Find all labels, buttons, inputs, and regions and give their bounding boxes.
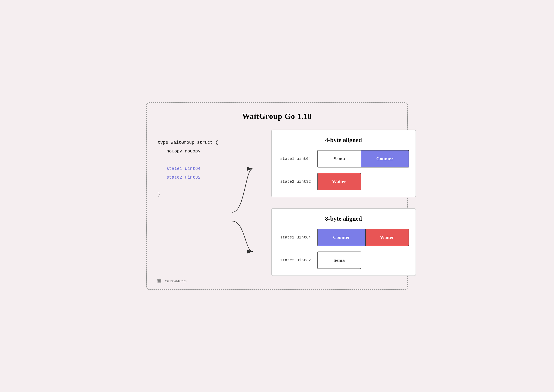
eight-byte-boxes-2: Sema — [317, 252, 361, 269]
four-byte-row-2: state2 uint32 Waiter — [278, 173, 409, 190]
logo-area: VictoriaMetrics — [156, 278, 187, 285]
four-byte-section: 4-byte aligned state1 uint64 Sema Counte… — [271, 130, 416, 197]
eight-byte-title: 8-byte aligned — [278, 215, 409, 222]
sema-box-bottom: Sema — [317, 252, 361, 269]
code-line-state2: state2 uint32 — [158, 173, 228, 182]
code-line-state1: state1 uint64 — [158, 164, 228, 173]
eight-byte-section: 8-byte aligned state1 uint64 Counter Wai… — [271, 208, 416, 276]
four-byte-label-1: state1 uint64 — [278, 157, 311, 161]
eight-byte-label-1: state1 uint64 — [278, 235, 311, 239]
eight-byte-row-2: state2 uint32 Sema — [278, 252, 409, 269]
eight-byte-label-2: state2 uint32 — [278, 258, 311, 262]
main-container: WaitGroup Go 1.18 type WaitGroup struct … — [146, 102, 408, 290]
four-byte-label-2: state2 uint32 — [278, 179, 311, 184]
content-area: type WaitGroup struct { noCopy noCopy st… — [158, 130, 396, 276]
waiter-box-top: Waiter — [317, 173, 361, 190]
eight-byte-row-1: state1 uint64 Counter Waiter — [278, 229, 409, 246]
code-spacer-2 — [158, 182, 228, 190]
page-title: WaitGroup Go 1.18 — [158, 112, 396, 121]
counter-box-top: Counter — [361, 150, 409, 168]
arrows-area — [228, 130, 254, 276]
counter-box-bottom: Counter — [317, 229, 365, 246]
code-spacer-1 — [158, 156, 228, 164]
code-line-1: type WaitGroup struct { — [158, 138, 228, 147]
arrows-svg — [228, 130, 254, 282]
four-byte-boxes-1: Sema Counter — [317, 150, 409, 168]
four-byte-boxes-2: Waiter — [317, 173, 361, 190]
logo-text: VictoriaMetrics — [165, 279, 187, 283]
four-byte-row-1: state1 uint64 Sema Counter — [278, 150, 409, 168]
code-line-close: } — [158, 190, 228, 199]
eight-byte-boxes-1: Counter Waiter — [317, 229, 409, 246]
four-byte-title: 4-byte aligned — [278, 137, 409, 144]
waiter-box-bottom: Waiter — [365, 229, 409, 246]
logo-icon — [156, 278, 163, 285]
code-line-2: noCopy noCopy — [158, 147, 228, 156]
code-block: type WaitGroup struct { noCopy noCopy st… — [158, 130, 228, 199]
sema-box-top: Sema — [317, 150, 361, 168]
diagrams-area: 4-byte aligned state1 uint64 Sema Counte… — [254, 130, 416, 276]
